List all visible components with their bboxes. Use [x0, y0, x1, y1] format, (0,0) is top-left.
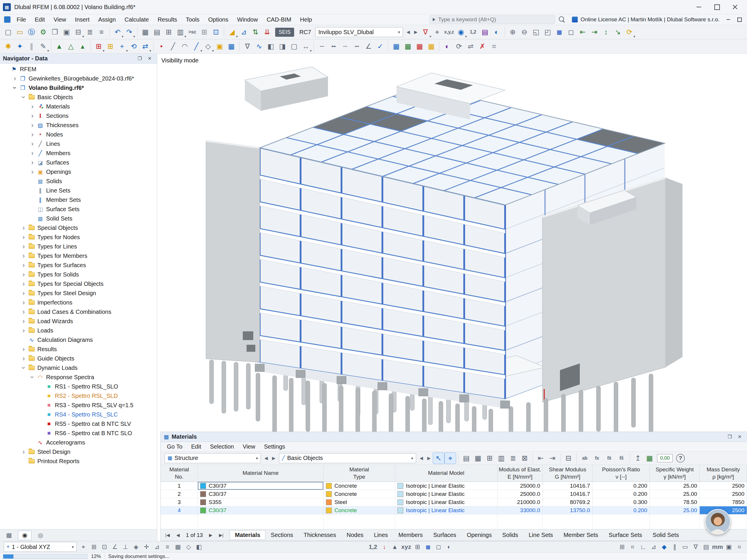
- send-table-icon[interactable]: ↥: [632, 452, 644, 464]
- table-tab-line-sets[interactable]: Line Sets: [523, 530, 558, 540]
- seis-toggle[interactable]: SEIS: [275, 28, 294, 37]
- chevron-right-icon[interactable]: ›: [20, 327, 27, 334]
- tree-item-rfem[interactable]: ⚑RFEM: [0, 64, 157, 74]
- chevron-right-icon[interactable]: ›: [20, 280, 27, 287]
- tree-item-member-sets[interactable]: ∥Member Sets: [0, 195, 157, 205]
- cell-specific-weight[interactable]: 25.00: [650, 506, 700, 514]
- float-panel-icon[interactable]: ❐: [135, 55, 144, 62]
- tree-item-response-spectra[interactable]: ›◠Response Spectra: [0, 372, 157, 382]
- tree-item-surfaces[interactable]: ›◪Surfaces: [0, 158, 157, 167]
- table-edit-icon[interactable]: ▤: [460, 452, 472, 464]
- menu-item-view[interactable]: View: [49, 15, 71, 25]
- generate-building-icon[interactable]: ▲: [53, 41, 65, 52]
- tree-item-types-for-nodes[interactable]: ›Types for Nodes: [0, 233, 157, 242]
- snap-perpendicular-icon[interactable]: ⊥: [120, 542, 131, 552]
- coordinate-system-combo[interactable]: ⌖1 - Global XYZ▾: [4, 542, 77, 552]
- cell-material-name[interactable]: C30/37: [198, 506, 324, 514]
- rotate-view-icon[interactable]: ⟳▾: [624, 26, 635, 38]
- chevron-down-icon[interactable]: ›: [20, 93, 27, 101]
- filter-loads-icon[interactable]: ∇▾: [420, 26, 431, 38]
- table-tab-materials[interactable]: Materials: [230, 530, 265, 540]
- navigator-header[interactable]: Navigator - Data ❐✕: [0, 54, 157, 63]
- combo-next2-icon[interactable]: ▶: [425, 452, 433, 464]
- cell-material-no[interactable]: 1: [161, 482, 198, 490]
- formula-edit-icon[interactable]: fx̄: [603, 452, 615, 464]
- grid-toggle-icon[interactable]: ▦: [173, 542, 183, 552]
- window-maximize-button[interactable]: [708, 1, 726, 13]
- chevron-right-icon[interactable]: ›: [20, 290, 27, 297]
- table-layout-3-icon[interactable]: ⊞: [163, 26, 175, 38]
- search-input[interactable]: [438, 16, 552, 23]
- snap-angle-icon[interactable]: ∠: [110, 542, 120, 552]
- rotate-icon[interactable]: ⟲: [128, 41, 139, 52]
- chevron-right-icon[interactable]: ›: [11, 75, 19, 82]
- regenerate-icon[interactable]: ⇊: [261, 26, 273, 38]
- cell-material-model[interactable]: Isotropic | Linear Elastic: [395, 506, 497, 514]
- format-painter-icon[interactable]: ◐: [441, 41, 453, 52]
- combo-next-icon[interactable]: ▶: [270, 452, 278, 464]
- cell-material-name[interactable]: C30/37: [198, 482, 324, 490]
- material-row-3[interactable]: 3S355SteelIsotropic | Linear Elastic2100…: [161, 498, 747, 506]
- chevron-down-icon[interactable]: ›: [11, 84, 18, 91]
- chevron-down-icon[interactable]: ›: [29, 373, 36, 381]
- chevron-right-icon[interactable]: ›: [20, 346, 27, 353]
- redo-icon[interactable]: ↷▾: [123, 26, 135, 38]
- block-red-icon[interactable]: ⊞▾: [93, 41, 104, 52]
- table-tab-members[interactable]: Members: [393, 530, 428, 540]
- tree-item-imperfections[interactable]: ›Imperfections: [0, 298, 157, 307]
- column-header-poisson-s-ratio[interactable]: Poisson's Ratioν [--]: [593, 465, 650, 482]
- tree-item-special-objects[interactable]: ›Special Objects: [0, 223, 157, 233]
- new-objects-icon[interactable]: ◢▾: [226, 26, 238, 38]
- tree-item-accelerograms[interactable]: ∿Accelerograms: [0, 438, 157, 447]
- materials-menu-selection[interactable]: Selection: [205, 442, 238, 451]
- box-select-icon[interactable]: ▢: [288, 41, 300, 52]
- loop-icon[interactable]: ⟳: [453, 41, 465, 52]
- tree-item-types-for-lines[interactable]: ›Types for Lines: [0, 242, 157, 251]
- layers-status-icon[interactable]: ▤: [701, 542, 712, 552]
- cell-material-type[interactable]: Concrete: [324, 490, 395, 498]
- show-loads-icon[interactable]: ↓: [379, 542, 390, 552]
- cell-modulus-of-elasticity[interactable]: 210000.0: [497, 498, 543, 506]
- load-combination-combo[interactable]: Inviluppo SLV_Dlubal▾: [315, 27, 403, 37]
- fit-height-icon[interactable]: ↕: [600, 26, 612, 38]
- mirror-icon[interactable]: ⇄▾: [139, 41, 151, 52]
- units-icon[interactable]: mm: [712, 542, 724, 552]
- chevron-right-icon[interactable]: ›: [20, 224, 27, 231]
- search-list-icon[interactable]: [558, 16, 566, 24]
- generate-truss-icon[interactable]: ▴: [77, 41, 88, 52]
- decimal-places-badge[interactable]: 0,00: [657, 454, 673, 462]
- print-table-icon[interactable]: ⊟: [563, 452, 574, 464]
- column-header-modulus-of-elast[interactable]: Modulus of Elast.E [N/mm²]: [497, 465, 543, 482]
- license-info[interactable]: Online License AC | Martin Motlík | Dlub…: [572, 16, 720, 23]
- shortcut-sc-icon[interactable]: >sc: [186, 26, 199, 38]
- table-green-icon[interactable]: ▦: [402, 41, 414, 52]
- table-tab-member-sets[interactable]: Member Sets: [558, 530, 603, 540]
- cell-mass-density[interactable]: 7850: [700, 498, 747, 506]
- print-icon[interactable]: ⊟▾: [72, 26, 84, 38]
- tree-item-loads[interactable]: ›Loads: [0, 326, 157, 335]
- show-supports-icon[interactable]: ▲: [390, 542, 400, 552]
- export-table-icon[interactable]: ⇥: [546, 452, 558, 464]
- render-solid-icon[interactable]: ◼: [553, 26, 565, 38]
- show-axes-icon[interactable]: xyz: [400, 542, 412, 552]
- user-avatar[interactable]: [705, 509, 731, 535]
- tree-item-members[interactable]: ›╱Members: [0, 149, 157, 158]
- cell-modulus-of-elasticity[interactable]: 33000.0: [497, 506, 543, 514]
- cell-material-name[interactable]: C30/37: [198, 490, 324, 498]
- material-row-4[interactable]: 4C30/37ConcreteIsotropic | Linear Elasti…: [161, 506, 747, 514]
- cell-specific-weight[interactable]: 25.00: [650, 482, 700, 490]
- chevron-down-icon[interactable]: ›: [20, 364, 27, 372]
- tree-item-rs1-spettro-rsl-slo[interactable]: ■RS1 - Spettro RSL_SLO: [0, 382, 157, 391]
- cell-material-type[interactable]: Steel: [324, 498, 395, 506]
- tree-item-rs6-spettro-cat-b-ntc-slo[interactable]: ■RS6 - Spettro cat B NTC SLO: [0, 428, 157, 438]
- cell-modulus-of-elasticity[interactable]: 25000.0: [497, 490, 543, 498]
- model-viewport[interactable]: Visibility mode ▦ Materials ❐✕ Go ToEdit…: [157, 54, 747, 541]
- navigator-tab-views[interactable]: ◎: [34, 531, 47, 540]
- new-line-icon[interactable]: ╱: [167, 41, 179, 52]
- cell-material-no[interactable]: 3: [161, 498, 198, 506]
- new-node-icon[interactable]: •: [156, 41, 167, 52]
- cell-shear-modulus[interactable]: 80769.2: [543, 498, 593, 506]
- object-snap-icon[interactable]: ◆: [659, 542, 669, 552]
- dlubal-online-icon[interactable]: ⓑ: [26, 26, 37, 38]
- column-header-mass-density[interactable]: Mass Densityρ [kg/m³]: [700, 465, 747, 482]
